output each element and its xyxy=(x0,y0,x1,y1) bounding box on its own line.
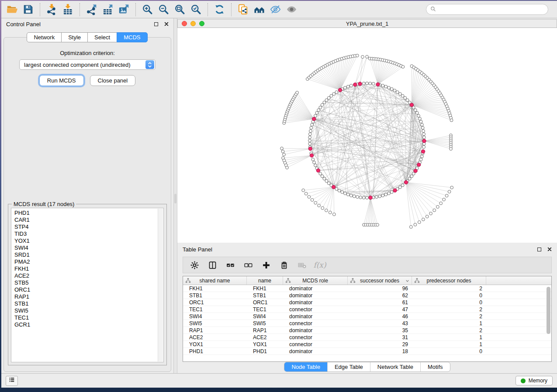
zoom-in-button[interactable] xyxy=(139,2,156,17)
table-row[interactable]: RAP1RAP1dominator352 xyxy=(183,327,551,334)
table-row[interactable]: SWI4SWI4dominator462 xyxy=(183,313,551,320)
column-header-predecessor-nodes[interactable]: predecessor nodes xyxy=(412,276,486,285)
new-network-from-selection-button[interactable] xyxy=(235,2,251,17)
apply-preferred-layout-button[interactable] xyxy=(211,2,228,17)
table-cell: PHD1 xyxy=(183,348,247,354)
table-row[interactable]: TEC1TEC1connector472 xyxy=(183,306,551,313)
close-panel-button[interactable]: Close panel xyxy=(90,75,136,86)
mcds-result-item[interactable]: TID3 xyxy=(14,230,163,237)
table-cell: 0 xyxy=(412,299,486,306)
tab-network-table[interactable]: Network Table xyxy=(370,362,420,371)
mcds-result-item[interactable]: TEC1 xyxy=(14,314,163,321)
column-header-shared-name[interactable]: shared name xyxy=(183,276,247,285)
table-row[interactable]: FKH1FKH1dominator962 xyxy=(183,285,551,292)
tab-style[interactable]: Style xyxy=(61,32,88,42)
table-cell: 18 xyxy=(348,348,412,354)
first-neighbors-button[interactable] xyxy=(251,2,267,17)
menu-list-button[interactable] xyxy=(6,376,18,386)
tab-mcds[interactable]: MCDS xyxy=(117,32,147,42)
mcds-result-item[interactable]: PMA2 xyxy=(14,258,163,265)
function-builder-button[interactable]: f(x) xyxy=(315,260,325,270)
optimization-criterion-select[interactable]: largest connected component (undirected) xyxy=(19,59,156,70)
table-row[interactable]: STB1STB1dominator620 xyxy=(183,292,551,299)
toolbar-separator xyxy=(135,3,136,16)
table-row[interactable]: YOX1YOX1connector291 xyxy=(183,341,551,348)
search-input[interactable] xyxy=(439,7,544,13)
table-row[interactable]: ACE2ACE2connector311 xyxy=(183,334,551,341)
mcds-result-item[interactable]: FKH1 xyxy=(14,265,163,272)
mcds-result-item[interactable]: SWI4 xyxy=(14,244,163,251)
export-table-button[interactable] xyxy=(100,2,116,17)
export-network-button[interactable] xyxy=(83,2,100,17)
mcds-result-item[interactable]: YOX1 xyxy=(14,237,163,244)
show-all-button[interactable] xyxy=(284,2,300,17)
splitter-handle[interactable] xyxy=(174,194,176,203)
toolbar-button-group xyxy=(4,1,300,18)
table-row[interactable]: SWI5SWI5connector431 xyxy=(183,320,551,327)
close-table-panel-icon[interactable] xyxy=(547,247,552,251)
column-header-MCDS-role[interactable]: MCDS role xyxy=(283,276,348,285)
mcds-result-item[interactable]: GCR1 xyxy=(14,321,163,328)
run-mcds-button[interactable]: Run MCDS xyxy=(39,75,84,86)
mcds-result-item[interactable]: STP4 xyxy=(14,224,163,230)
mcds-result-item[interactable]: SWI5 xyxy=(14,307,163,314)
mcds-result-item[interactable]: STB1 xyxy=(14,300,163,307)
deselect-all-rows-button[interactable] xyxy=(243,260,253,270)
tab-edge-table[interactable]: Edge Table xyxy=(327,362,370,371)
panel-splitter[interactable] xyxy=(173,18,177,373)
tab-network[interactable]: Network xyxy=(27,32,62,42)
float-panel-icon[interactable] xyxy=(154,22,158,26)
table-row[interactable]: PHD1PHD1dominator180 xyxy=(183,348,551,355)
mcds-result-legend: MCDS result (17 nodes) xyxy=(12,201,76,207)
table-cell: SWI4 xyxy=(183,313,247,320)
memory-button[interactable]: Memory xyxy=(515,376,553,385)
memory-status-icon xyxy=(521,378,526,383)
mcds-result-item[interactable]: ORC1 xyxy=(14,286,163,293)
tab-select[interactable]: Select xyxy=(87,32,117,42)
zoom-fit-content-button[interactable] xyxy=(172,2,188,17)
tab-node-table[interactable]: Node Table xyxy=(284,362,327,371)
node-table: shared namenameMCDS rolesuccessor nodesp… xyxy=(183,276,552,362)
table-settings-gear-button[interactable] xyxy=(189,260,200,270)
save-session-button[interactable] xyxy=(20,2,36,17)
network-canvas[interactable] xyxy=(177,28,557,243)
column-header-name[interactable]: name xyxy=(247,276,283,285)
mcds-result-item[interactable]: SRD1 xyxy=(14,251,163,258)
mcds-result-item[interactable]: RAP1 xyxy=(14,293,163,300)
select-all-rows-button[interactable] xyxy=(225,260,235,270)
delete-table-button[interactable] xyxy=(297,260,307,270)
create-column-button[interactable] xyxy=(261,260,271,270)
mcds-result-item[interactable]: ACE2 xyxy=(14,272,163,279)
import-network-from-file-button[interactable] xyxy=(44,2,60,17)
search-icon xyxy=(430,6,436,14)
export-image-button[interactable] xyxy=(116,2,132,17)
toggle-column-display-button[interactable] xyxy=(207,260,218,270)
table-cell: 0 xyxy=(412,348,486,354)
open-folder-button[interactable] xyxy=(4,2,20,17)
zoom-selected-button[interactable] xyxy=(188,2,204,17)
table-row[interactable]: ORC1ORC1dominator610 xyxy=(183,299,551,306)
mcds-result-list[interactable]: PHD1CAR1STP4TID3YOX1SWI4SRD1PMA2FKH1ACE2… xyxy=(11,208,164,362)
window-zoom-button[interactable] xyxy=(199,21,204,26)
close-panel-icon[interactable] xyxy=(164,22,169,26)
zoom-out-button[interactable] xyxy=(156,2,172,17)
network-graph[interactable] xyxy=(177,28,557,243)
table-cell: connector xyxy=(283,320,348,327)
hide-selected-button[interactable] xyxy=(267,2,284,17)
column-header-successor-nodes[interactable]: successor nodes xyxy=(348,276,412,285)
mcds-list-scrollbar[interactable] xyxy=(158,209,163,361)
import-table-from-file-button[interactable] xyxy=(60,2,76,17)
window-close-button[interactable] xyxy=(182,21,187,26)
tab-motifs[interactable]: Motifs xyxy=(420,362,450,371)
delete-column-button[interactable] xyxy=(279,260,289,270)
mcds-result-item[interactable]: STB5 xyxy=(14,279,163,286)
shared-column-icon xyxy=(414,278,420,283)
status-bar: Memory xyxy=(1,373,557,388)
mcds-result-item[interactable]: CAR1 xyxy=(14,217,163,224)
float-table-panel-icon[interactable] xyxy=(537,248,541,251)
table-cell: 2 xyxy=(412,285,486,292)
window-minimize-button[interactable] xyxy=(190,21,196,26)
mcds-result-item[interactable]: PHD1 xyxy=(14,210,163,217)
toolbar-separator xyxy=(231,3,232,16)
table-scrollbar[interactable] xyxy=(547,287,550,334)
